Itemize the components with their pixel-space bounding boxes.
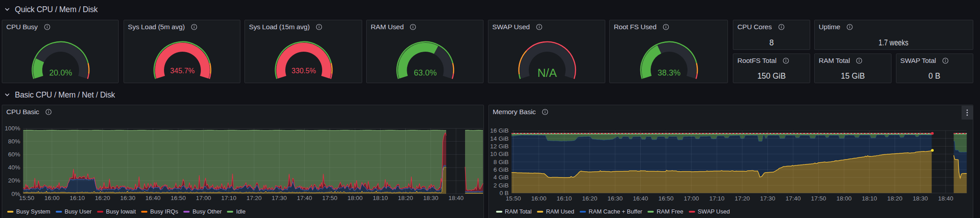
svg-text:17:50: 17:50 xyxy=(322,195,337,201)
svg-text:17:50: 17:50 xyxy=(811,195,826,202)
svg-text:18:30: 18:30 xyxy=(423,195,439,201)
svg-text:8 GiB: 8 GiB xyxy=(493,159,509,165)
svg-text:16:30: 16:30 xyxy=(120,195,135,201)
svg-text:63.0%: 63.0% xyxy=(414,68,437,77)
svg-text:N/A: N/A xyxy=(537,66,557,80)
svg-text:16:00: 16:00 xyxy=(531,195,546,202)
svg-text:17:10: 17:10 xyxy=(221,195,236,201)
svg-text:38.3%: 38.3% xyxy=(657,68,680,77)
svg-text:16:40: 16:40 xyxy=(633,195,648,202)
svg-text:17:30: 17:30 xyxy=(760,195,775,202)
svg-text:16:10: 16:10 xyxy=(70,195,85,201)
svg-text:15:50: 15:50 xyxy=(506,195,521,202)
svg-text:18:00: 18:00 xyxy=(347,195,363,201)
svg-text:16 GiB: 16 GiB xyxy=(490,127,508,134)
svg-text:18:20: 18:20 xyxy=(398,195,413,201)
svg-text:18:40: 18:40 xyxy=(938,195,953,202)
svg-text:17:40: 17:40 xyxy=(785,195,801,202)
svg-text:40%: 40% xyxy=(8,164,20,171)
svg-text:18:10: 18:10 xyxy=(862,195,877,202)
svg-text:12 GiB: 12 GiB xyxy=(490,143,508,150)
svg-text:18:10: 18:10 xyxy=(372,195,388,201)
svg-text:60%: 60% xyxy=(8,151,20,158)
svg-text:17:00: 17:00 xyxy=(683,195,699,202)
svg-text:16:10: 16:10 xyxy=(556,195,572,202)
svg-text:14 GiB: 14 GiB xyxy=(490,135,508,142)
svg-text:18:40: 18:40 xyxy=(448,195,464,201)
svg-text:17:00: 17:00 xyxy=(196,195,211,201)
svg-text:2 GiB: 2 GiB xyxy=(493,182,509,189)
svg-text:18:30: 18:30 xyxy=(913,195,928,202)
svg-text:80%: 80% xyxy=(8,138,20,145)
svg-text:16:20: 16:20 xyxy=(95,195,110,201)
svg-text:15:50: 15:50 xyxy=(19,195,35,201)
svg-text:17:30: 17:30 xyxy=(272,195,287,201)
svg-text:17:10: 17:10 xyxy=(709,195,724,202)
svg-text:16:20: 16:20 xyxy=(582,195,597,202)
svg-text:18:20: 18:20 xyxy=(887,195,902,202)
svg-text:18:00: 18:00 xyxy=(836,195,851,202)
svg-text:17:40: 17:40 xyxy=(297,195,312,201)
svg-text:17:20: 17:20 xyxy=(246,195,262,201)
svg-text:16:50: 16:50 xyxy=(171,195,186,201)
svg-text:16:40: 16:40 xyxy=(146,195,161,201)
svg-text:330.5%: 330.5% xyxy=(292,67,316,75)
svg-text:100%: 100% xyxy=(4,125,20,132)
svg-text:4 GiB: 4 GiB xyxy=(493,174,509,181)
svg-text:16:30: 16:30 xyxy=(608,195,623,202)
svg-text:6 GiB: 6 GiB xyxy=(493,166,509,173)
svg-text:20.0%: 20.0% xyxy=(49,68,72,77)
svg-text:16:00: 16:00 xyxy=(44,195,60,201)
svg-text:20%: 20% xyxy=(8,177,20,184)
svg-text:17:20: 17:20 xyxy=(735,195,750,202)
svg-text:10 GiB: 10 GiB xyxy=(490,151,508,157)
svg-text:16:50: 16:50 xyxy=(658,195,674,202)
svg-text:345.7%: 345.7% xyxy=(170,67,194,75)
